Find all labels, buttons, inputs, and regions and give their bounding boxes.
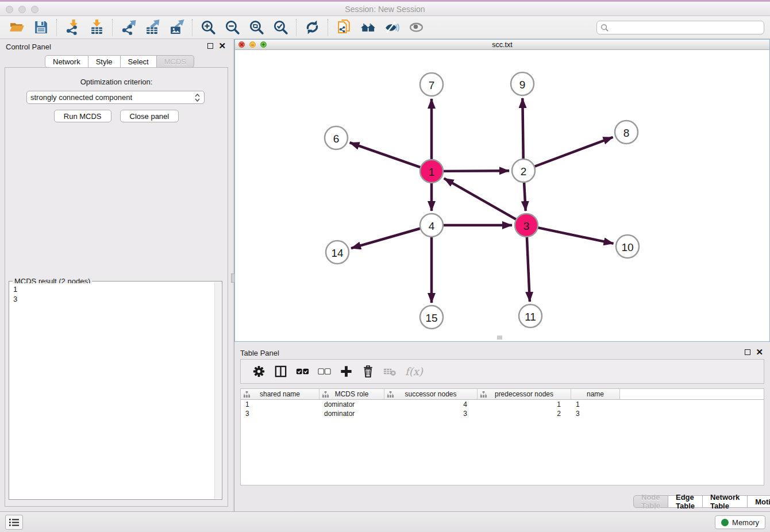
- export-table-icon[interactable]: [144, 19, 161, 36]
- tab-style[interactable]: Style: [88, 55, 121, 68]
- control-panel-tabs: Network Style Select MCDS: [45, 55, 194, 68]
- frame-resize-grip[interactable]: [497, 336, 502, 340]
- import-table-icon[interactable]: [88, 19, 105, 36]
- memory-label: Memory: [732, 518, 759, 527]
- svg-text:9: 9: [519, 79, 526, 91]
- toolbar-separator: [56, 19, 57, 36]
- export-image-icon[interactable]: [168, 19, 185, 36]
- edge-4-14[interactable]: [351, 229, 421, 249]
- search-input[interactable]: [609, 24, 764, 32]
- column-header-name[interactable]: name: [571, 389, 620, 399]
- import-network-icon[interactable]: [64, 19, 81, 36]
- criterion-select[interactable]: strongly connected component: [26, 91, 205, 104]
- float-panel-icon[interactable]: [207, 43, 213, 49]
- svg-text:10: 10: [621, 241, 633, 253]
- search-icon: [600, 24, 609, 32]
- svg-text:11: 11: [525, 311, 536, 323]
- tab-network[interactable]: Network: [45, 55, 88, 68]
- column-type-icon: [480, 391, 487, 398]
- zoom-out-button[interactable]: [224, 19, 241, 36]
- tab-node-table[interactable]: Node Table: [633, 495, 668, 508]
- show-eye-icon: [407, 19, 425, 36]
- edge-3-1[interactable]: [444, 178, 517, 219]
- tab-edge-table[interactable]: Edge Table: [668, 495, 703, 508]
- application-window: Session: New Session: [0, 0, 770, 532]
- graph-node-11[interactable]: 11: [519, 304, 542, 327]
- home-button[interactable]: [359, 19, 376, 36]
- edge-1-6[interactable]: [350, 142, 421, 167]
- toolbar-separator: [192, 19, 192, 36]
- zoom-in-button[interactable]: [199, 19, 217, 36]
- table-header-row: shared name MCDS role successor nodes pr…: [241, 389, 764, 400]
- svg-text:3: 3: [523, 220, 530, 232]
- open-session-button[interactable]: [8, 19, 25, 36]
- float-table-panel-icon[interactable]: [745, 349, 750, 355]
- optimization-criterion-label: Optimization criterion:: [5, 78, 228, 86]
- zoom-fit-button[interactable]: [248, 19, 265, 36]
- edge-2-9[interactable]: [522, 98, 523, 159]
- node-table[interactable]: shared name MCDS role successor nodes pr…: [240, 388, 764, 485]
- graph-node-9[interactable]: 9: [511, 72, 534, 95]
- show-columns-icon[interactable]: [273, 364, 288, 379]
- export-network-icon[interactable]: [120, 19, 137, 36]
- memory-button[interactable]: Memory: [715, 515, 765, 529]
- column-header-shared-name[interactable]: shared name: [241, 389, 319, 399]
- network-view-frame: ✕ – + scc.txt 7968124314101511: [234, 39, 770, 342]
- graph-node-8[interactable]: 8: [615, 121, 638, 144]
- table-row[interactable]: 3 dominator 3 2 3: [241, 409, 764, 418]
- edge-2-8[interactable]: [534, 137, 613, 167]
- graph-node-6[interactable]: 6: [325, 126, 348, 149]
- column-header-predecessor-nodes[interactable]: predecessor nodes: [478, 389, 571, 399]
- mcds-result-text[interactable]: 1 3: [10, 283, 214, 499]
- graph-node-10[interactable]: 10: [616, 235, 639, 258]
- zoom-selected-button[interactable]: [272, 19, 289, 36]
- column-type-icon: [387, 391, 394, 398]
- add-column-icon[interactable]: [338, 364, 353, 379]
- save-session-button[interactable]: [32, 19, 49, 36]
- delete-column-icon[interactable]: [360, 364, 375, 379]
- svg-text:7: 7: [429, 79, 435, 91]
- svg-text:15: 15: [425, 312, 437, 324]
- graph-node-15[interactable]: 15: [420, 306, 443, 329]
- table-panel: Table Panel ✕: [234, 342, 770, 511]
- edge-3-11[interactable]: [527, 237, 530, 302]
- table-row[interactable]: 1 dominator 4 1 1: [241, 400, 764, 409]
- tab-network-table[interactable]: Network Table: [703, 495, 748, 508]
- tab-mcds[interactable]: MCDS: [157, 55, 194, 68]
- close-panel-icon[interactable]: ✕: [218, 43, 226, 49]
- column-header-mcds-role[interactable]: MCDS role: [319, 389, 384, 399]
- tab-select[interactable]: Select: [121, 55, 157, 68]
- select-all-icon[interactable]: [295, 364, 310, 379]
- graph-node-4[interactable]: 4: [420, 214, 443, 237]
- network-canvas[interactable]: 7968124314101511: [235, 50, 769, 341]
- svg-text:4: 4: [429, 220, 435, 232]
- graph-node-3[interactable]: 3: [515, 214, 538, 237]
- run-mcds-button[interactable]: Run MCDS: [54, 110, 111, 122]
- search-field[interactable]: [596, 21, 764, 34]
- status-bar: Memory: [0, 511, 770, 532]
- select-stepper-icon: [194, 93, 201, 102]
- edge-2-3[interactable]: [524, 182, 526, 211]
- network-frame-title: scc.txt: [235, 41, 769, 49]
- apply-layout-button[interactable]: [303, 19, 321, 36]
- hide-glasses-icon[interactable]: [383, 19, 401, 36]
- column-header-successor-nodes[interactable]: successor nodes: [384, 389, 478, 399]
- close-table-panel-icon[interactable]: ✕: [756, 349, 763, 355]
- task-history-button[interactable]: [5, 515, 23, 530]
- svg-text:8: 8: [623, 127, 630, 139]
- result-scrollbar[interactable]: [214, 282, 221, 499]
- network-frame-titlebar[interactable]: ✕ – + scc.txt: [235, 40, 769, 50]
- graph-node-1[interactable]: 1: [420, 160, 443, 183]
- graph-node-14[interactable]: 14: [326, 241, 349, 264]
- clone-network-button[interactable]: [335, 19, 352, 36]
- column-type-icon: [322, 391, 329, 398]
- table-settings-gear-icon[interactable]: [251, 364, 266, 379]
- edge-3-10[interactable]: [538, 228, 614, 244]
- edge-1-2[interactable]: [443, 171, 509, 171]
- deselect-all-icon[interactable]: [317, 364, 332, 379]
- graph-node-7[interactable]: 7: [420, 73, 443, 96]
- toolbar-separator: [112, 19, 113, 36]
- tab-motifs[interactable]: Motifs: [748, 495, 770, 508]
- graph-node-2[interactable]: 2: [512, 159, 535, 182]
- close-panel-button[interactable]: Close panel: [120, 110, 179, 122]
